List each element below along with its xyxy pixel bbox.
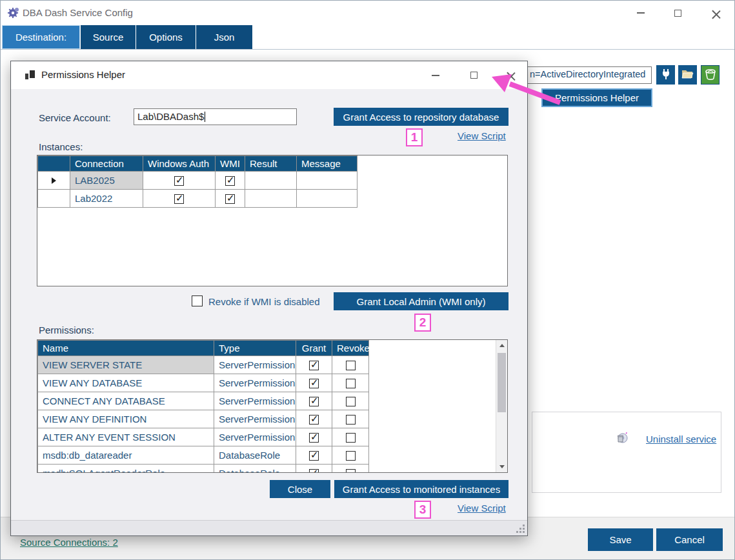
connection-cell[interactable]: LAB2025 [70, 172, 143, 190]
connection-cell[interactable]: Lab2022 [70, 190, 143, 208]
dialog-minimize-icon[interactable] [421, 61, 450, 89]
permission-row[interactable]: msdb:SQLAgentReaderRole DatabaseRole [38, 465, 507, 474]
revoke-checkbox[interactable] [346, 379, 356, 388]
uninstall-icon [616, 431, 629, 446]
scrollbar-thumb[interactable] [498, 353, 506, 412]
col-revoke[interactable]: Revoke [332, 341, 369, 356]
close-button[interactable]: Close [270, 480, 330, 498]
col-type[interactable]: Type [214, 341, 296, 356]
permission-type-cell[interactable]: DatabaseRole [214, 465, 296, 474]
browse-button[interactable] [678, 65, 697, 85]
windows-auth-checkbox[interactable] [174, 194, 184, 204]
revoke-wmi-checkbox[interactable] [192, 295, 203, 306]
permissions-scrollbar[interactable] [496, 340, 507, 472]
col-connection[interactable]: Connection [70, 156, 143, 172]
close-icon[interactable] [701, 1, 730, 25]
grant-checkbox[interactable] [309, 397, 319, 406]
dialog-title: Permissions Helper [41, 69, 125, 80]
view-script-bottom-link[interactable]: View Script [458, 503, 506, 514]
permission-row[interactable]: msdb:db_datareader DatabaseRole [38, 446, 507, 465]
permission-type-cell[interactable]: ServerPermission [214, 374, 296, 392]
maximize-icon[interactable] [663, 1, 692, 25]
col-wmi[interactable]: WMI [216, 156, 245, 172]
permission-row[interactable]: VIEW ANY DATABASE ServerPermission [38, 374, 507, 392]
connection-string-input[interactable]: n=ActiveDirectoryIntegrated [527, 66, 652, 84]
tab-json[interactable]: Json [196, 25, 252, 49]
grant-checkbox[interactable] [309, 469, 319, 473]
scroll-up-icon[interactable] [496, 340, 508, 351]
instances-grid[interactable]: Connection Windows Auth WMI Result Messa… [37, 155, 508, 286]
save-button[interactable]: Save [588, 528, 653, 551]
tab-source[interactable]: Source [81, 25, 136, 49]
permission-name-cell[interactable]: VIEW SERVER STATE [38, 356, 214, 374]
grant-checkbox[interactable] [309, 379, 319, 388]
instance-row[interactable]: Lab2022 [38, 190, 507, 208]
wmi-checkbox[interactable] [225, 176, 235, 186]
permission-name-cell[interactable]: VIEW ANY DEFINITION [38, 410, 214, 428]
permission-row[interactable]: ALTER ANY EVENT SESSION ServerPermission [38, 428, 507, 446]
col-message[interactable]: Message [297, 156, 357, 172]
test-connection-button[interactable] [656, 65, 675, 85]
col-windows-auth[interactable]: Windows Auth [143, 156, 216, 172]
tab-destination[interactable]: Destination: [2, 25, 80, 49]
permission-type-cell[interactable]: ServerPermission [214, 428, 296, 446]
permission-name-cell[interactable]: msdb:db_datareader [38, 446, 214, 465]
service-account-input[interactable]: Lab\DBADash$ [134, 108, 297, 125]
revoke-checkbox[interactable] [346, 433, 356, 443]
view-script-top-link[interactable]: View Script [458, 130, 506, 141]
revoke-checkbox[interactable] [346, 451, 356, 461]
cancel-button[interactable]: Cancel [656, 528, 723, 551]
permission-name-cell[interactable]: CONNECT ANY DATABASE [38, 392, 214, 410]
grant-checkbox[interactable] [309, 433, 319, 443]
col-name[interactable]: Name [38, 341, 214, 356]
row-selector-cell[interactable] [38, 190, 70, 208]
permission-row[interactable]: CONNECT ANY DATABASE ServerPermission [38, 392, 507, 410]
dialog-titlebar: Permissions Helper [11, 61, 527, 89]
row-selector-cell[interactable] [38, 172, 70, 190]
tab-options[interactable]: Options [136, 25, 196, 49]
uninstall-service-link[interactable]: Uninstall service [646, 434, 716, 445]
resize-grip[interactable] [516, 524, 525, 533]
instance-row[interactable]: LAB2025 [38, 172, 507, 190]
grant-local-admin-button[interactable]: Grant Local Admin (WMI only) [334, 292, 508, 310]
grant-monitored-button[interactable]: Grant Access to monitored instances [334, 480, 508, 498]
source-connections-link[interactable]: Source Connections: 2 [20, 537, 118, 548]
col-result[interactable]: Result [245, 156, 297, 172]
dialog-maximize-icon[interactable] [459, 61, 488, 89]
plug-icon [661, 68, 671, 82]
result-cell[interactable] [245, 190, 297, 208]
permission-name-cell[interactable]: VIEW ANY DATABASE [38, 374, 214, 392]
grant-repository-button[interactable]: Grant Access to repository database [334, 108, 508, 126]
step-2-badge: 2 [414, 314, 431, 332]
revoke-checkbox[interactable] [346, 361, 356, 370]
message-cell[interactable] [297, 172, 357, 190]
wmi-checkbox[interactable] [225, 194, 235, 204]
app-gears-icon [7, 7, 19, 21]
tab-strip: Destination: Source Options Json [1, 25, 734, 50]
permission-type-cell[interactable]: ServerPermission [214, 356, 296, 374]
service-panel [532, 412, 721, 493]
permission-name-cell[interactable]: ALTER ANY EVENT SESSION [38, 428, 214, 446]
dialog-close-icon[interactable] [496, 61, 525, 89]
revoke-checkbox[interactable] [346, 397, 356, 406]
revoke-checkbox[interactable] [346, 469, 356, 473]
permission-name-cell[interactable]: msdb:SQLAgentReaderRole [38, 465, 214, 474]
permission-row[interactable]: VIEW ANY DEFINITION ServerPermission [38, 410, 507, 428]
permission-row[interactable]: VIEW SERVER STATE ServerPermission [38, 356, 507, 374]
permissions-grid[interactable]: Name Type Grant Revoke VIEW SERVER STATE… [37, 339, 508, 473]
permission-type-cell[interactable]: ServerPermission [214, 410, 296, 428]
message-cell[interactable] [297, 190, 357, 208]
minimize-icon[interactable] [626, 1, 656, 25]
col-grant[interactable]: Grant [296, 341, 332, 356]
grant-checkbox[interactable] [309, 415, 319, 425]
repository-button[interactable] [701, 65, 720, 85]
permission-type-cell[interactable]: ServerPermission [214, 392, 296, 410]
scroll-down-icon[interactable] [496, 461, 508, 472]
revoke-checkbox[interactable] [346, 415, 356, 425]
grant-checkbox[interactable] [309, 361, 319, 370]
permission-type-cell[interactable]: DatabaseRole [214, 446, 296, 465]
permissions-helper-button[interactable]: Permissions Helper [541, 88, 652, 107]
grant-checkbox[interactable] [309, 451, 319, 461]
windows-auth-checkbox[interactable] [174, 176, 184, 186]
result-cell[interactable] [245, 172, 297, 190]
